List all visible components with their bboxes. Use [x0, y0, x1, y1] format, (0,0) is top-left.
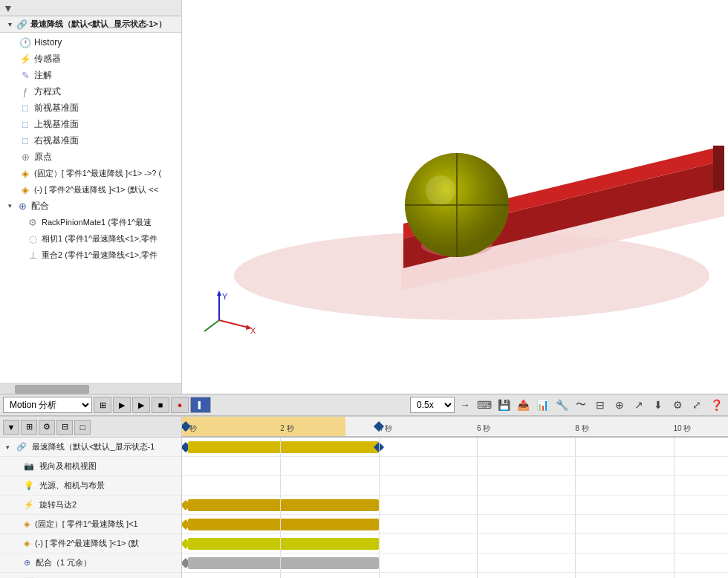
tl-row-lighting[interactable]: 💡 光源、相机与布景: [0, 476, 181, 496]
play-btn[interactable]: ▶: [113, 397, 131, 413]
front-plane-icon: □: [19, 102, 31, 114]
svg-point-9: [426, 175, 455, 205]
timeline-end-marker: [374, 421, 384, 432]
key-btn[interactable]: ⌨: [475, 396, 493, 414]
bar-main: [188, 441, 379, 453]
fixed-part-label: (固定）[ 零件1^最速降线 ]<1> ->? (: [34, 168, 161, 179]
motion-analysis-select[interactable]: Motion 分析: [3, 397, 92, 413]
ts-add-btn[interactable]: ⊞: [21, 420, 37, 435]
tl-icon-assembly: ⊕: [24, 558, 30, 568]
sidebar-item-equation[interactable]: ƒ 方程式: [0, 83, 181, 100]
tl-label-assembly: 配合（1 冗余）: [36, 557, 91, 568]
sidebar-item-coincident[interactable]: ⊥ 重合2 (零件1^最速降线<1>,零件: [0, 247, 181, 263]
sidebar-item-mating[interactable]: ▾ ⊕ 配合: [0, 198, 181, 214]
svg-rect-5: [713, 146, 724, 190]
sidebar-item-annotation[interactable]: ✎ 注解: [0, 67, 181, 83]
ts-filter2-btn[interactable]: ⊟: [56, 420, 73, 435]
tl-row-assembly[interactable]: ⊕ 配合（1 冗余）: [0, 553, 181, 573]
right-plane-icon: □: [19, 134, 31, 146]
minus-part-icon: ◈: [19, 184, 31, 195]
tl-icon-lighting: 💡: [24, 481, 34, 490]
expand-btn[interactable]: ⤢: [688, 396, 706, 414]
arrow-right-btn[interactable]: →: [456, 396, 474, 414]
settings-btn[interactable]: ⚙: [669, 396, 686, 414]
tl-bar-row-minus: [182, 534, 728, 553]
sidebar-tree: 🕐 History ⚡ 传感器 ✎ 注解 ƒ 方程式: [0, 33, 181, 383]
sidebar-item-right-plane[interactable]: □ 右视基准面: [0, 132, 181, 149]
rack-pinion-icon: ⚙: [27, 216, 39, 228]
ts-settings-btn[interactable]: ⚙: [39, 420, 55, 435]
tl-icon-minus: ◈: [24, 539, 30, 548]
ts-filter-btn[interactable]: ▼: [3, 420, 19, 435]
top-plane-icon: □: [19, 118, 31, 130]
sidebar-item-top-plane[interactable]: □ 上视基准面: [0, 116, 181, 132]
gravity-btn[interactable]: ⬇: [649, 396, 667, 414]
sidebar-item-front-plane[interactable]: □ 前视基准面: [0, 100, 181, 116]
sidebar-title: 最速降线（默认<默认_显示状态-1>）: [30, 19, 166, 30]
damper-btn[interactable]: ⊟: [591, 396, 609, 414]
stop-btn[interactable]: ■: [152, 397, 169, 413]
tl-label-lighting: 光源、相机与布景: [39, 480, 105, 491]
ruler-mark-6: 6 秒: [477, 423, 490, 436]
bar-assembly: [188, 557, 379, 569]
filter-icon[interactable]: ▼: [3, 2, 13, 14]
motion-toolbar: Motion 分析 ⊞ ▶ ▶ ■ ● ▌ 0.5x 1x 2x → ⌨ 💾 📤…: [0, 394, 728, 416]
tangent-icon: ◌: [27, 233, 39, 244]
help-btn[interactable]: ❓: [707, 396, 725, 414]
chart-btn[interactable]: 📊: [533, 396, 551, 414]
right-plane-label: 右视基准面: [34, 134, 79, 147]
tl-row-motor[interactable]: ⚡ 旋转马达2: [0, 496, 181, 515]
minus-part-label: (-) [ 零件2^最速降线 ]<1> (默认 <<: [34, 184, 158, 195]
annotation-icon: ✎: [19, 69, 31, 81]
contact-btn[interactable]: ⊕: [611, 396, 628, 414]
record-btn[interactable]: ●: [171, 397, 189, 413]
force-btn[interactable]: ↗: [630, 396, 648, 414]
tl-row-fixed-part[interactable]: ◈ (固定）[ 零件1^最速降线 ]<1: [0, 515, 181, 534]
grid-btn[interactable]: ⊞: [94, 397, 111, 413]
sidebar-item-rack-pinion[interactable]: ⚙ RackPinionMate1 (零件1^最速: [0, 214, 181, 230]
sidebar-item-minus-part[interactable]: ◈ (-) [ 零件2^最速降线 ]<1> (默认 <<: [0, 181, 181, 198]
tl-row-result[interactable]: 📈 结果: [0, 573, 181, 578]
sidebar-item-fixed-part[interactable]: ◈ (固定）[ 零件1^最速降线 ]<1> ->? (: [0, 165, 181, 181]
grid-line-8s: [575, 438, 576, 456]
tl-icon-camera: 📷: [24, 461, 34, 471]
sidebar-item-tangent[interactable]: ◌ 相切1 (零件1^最速降线<1>,零件: [0, 230, 181, 247]
sidebar-item-sensor[interactable]: ⚡ 传感器: [0, 51, 181, 67]
wrench-btn[interactable]: 🔧: [553, 396, 571, 414]
sidebar-hscrollbar-thumb[interactable]: [15, 385, 89, 394]
sidebar-item-origin[interactable]: ⊕ 原点: [0, 149, 181, 165]
timeline-grid: 0 秒 2 秒 4 秒 6 秒 8 秒 10 秒: [182, 417, 728, 578]
ts-collapse-btn[interactable]: □: [74, 420, 91, 435]
rack-pinion-label: RackPinionMate1 (零件1^最速: [42, 217, 152, 228]
play-btn2[interactable]: ▶: [132, 397, 150, 413]
history-icon: 🕐: [19, 36, 31, 48]
tl-label-motor: 旋转马达2: [39, 499, 77, 510]
tl-bar-row-result: [182, 573, 728, 578]
svg-text:Y: Y: [222, 292, 228, 301]
save-btn[interactable]: 💾: [495, 396, 513, 414]
calculate-btn[interactable]: ▌: [190, 397, 211, 413]
tl-bar-row-assembly: [182, 553, 728, 573]
sidebar-header: ▼: [0, 0, 181, 16]
tl-icon-fixed: ◈: [24, 519, 30, 529]
annotation-label: 注解: [34, 69, 52, 82]
timeline-sidebar: ▼ ⊞ ⚙ ⊟ □ ▾ 🔗 最速降线（默认<默认_显示状态-1 📷 视向: [0, 417, 182, 578]
history-label: History: [34, 37, 62, 48]
export-btn[interactable]: 📤: [514, 396, 532, 414]
tree-title-icon: 🔗: [16, 19, 27, 30]
mating-label: 配合: [31, 200, 49, 212]
grid-line-10s: [674, 438, 675, 456]
bar-minus: [188, 538, 379, 550]
svg-text:X: X: [250, 326, 256, 335]
tl-row-camera[interactable]: 📷 视向及相机视图: [0, 457, 181, 476]
sidebar: ▼ ▾ 🔗 最速降线（默认<默认_显示状态-1>） 🕐 History ⚡ 传: [0, 0, 182, 394]
tl-row-main[interactable]: ▾ 🔗 最速降线（默认<默认_显示状态-1: [0, 438, 181, 457]
origin-label: 原点: [34, 151, 52, 163]
tl-row-minus-part[interactable]: ◈ (-) [ 零件2^最速降线 ]<1> (默: [0, 534, 181, 553]
speed-select[interactable]: 0.5x 1x 2x: [410, 397, 455, 413]
sidebar-tree-title[interactable]: ▾ 🔗 最速降线（默认<默认_显示状态-1>）: [0, 16, 181, 33]
sidebar-hscrollbar[interactable]: [0, 383, 181, 394]
sidebar-item-history[interactable]: 🕐 History: [0, 34, 181, 51]
tl-bar-row-fixed: [182, 515, 728, 534]
spring-btn[interactable]: 〜: [572, 396, 590, 414]
